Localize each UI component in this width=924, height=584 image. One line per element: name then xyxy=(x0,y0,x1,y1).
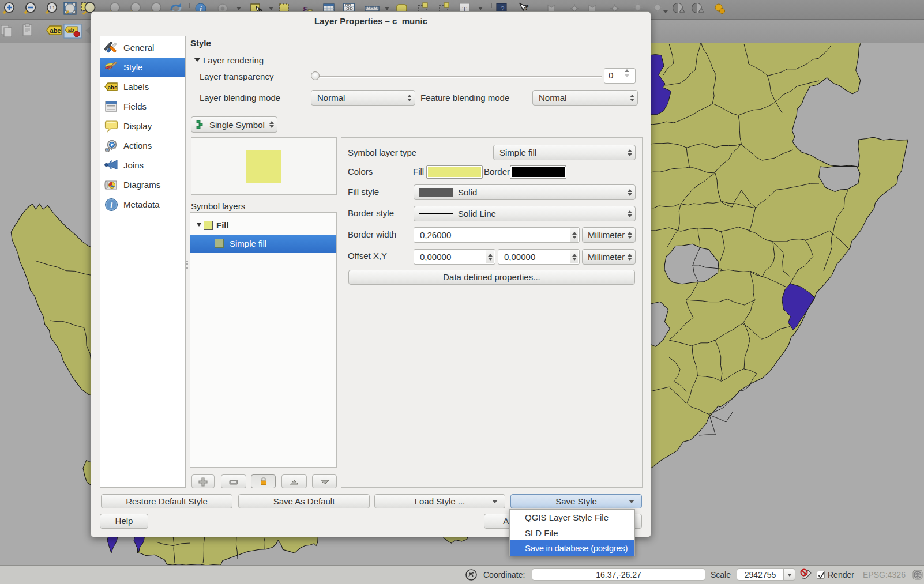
svg-text:abc: abc xyxy=(108,84,117,91)
svg-text:?: ? xyxy=(524,3,529,12)
svg-text:abc: abc xyxy=(50,27,61,34)
svg-text:1:1: 1:1 xyxy=(49,6,55,10)
svg-text:ab: ab xyxy=(68,27,74,33)
